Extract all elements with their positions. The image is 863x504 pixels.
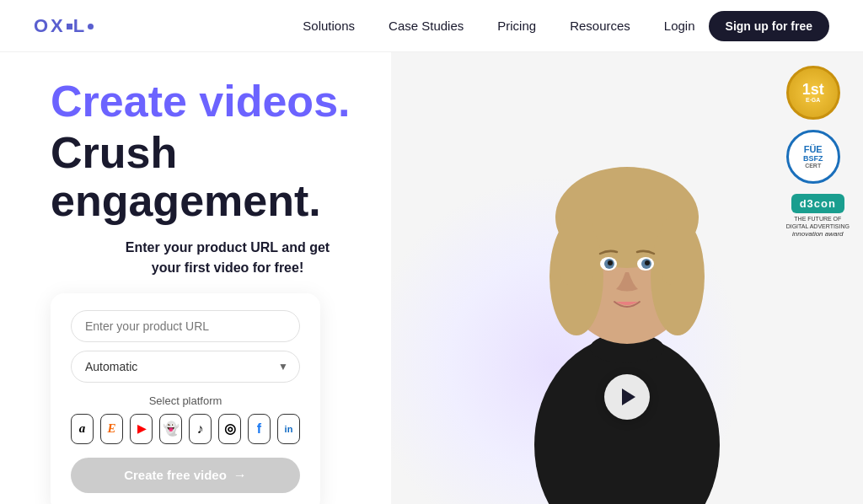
award-fue-line2: BSFZ [803, 154, 823, 163]
svg-point-13 [608, 260, 613, 265]
award-ega-text: E·GA [806, 97, 820, 104]
platform-instagram[interactable]: ◎ [218, 414, 241, 444]
award-fue-line1: FÜE [804, 145, 823, 154]
hero-subtitle: Enter your product URL and get your firs… [51, 238, 405, 278]
award-ega: 1st E·GA [786, 66, 840, 120]
svg-rect-8 [662, 217, 694, 285]
awards-section: 1st E·GA FÜE BSFZ CERT d3con THE FUTURE … [786, 66, 850, 238]
award-ega-rank: 1st [802, 82, 824, 97]
platform-icons: a E ▶ 👻 ♪ ◎ f in [71, 414, 300, 444]
award-d3con: d3con THE FUTURE OF DIGITAL ADVERTISING … [786, 194, 850, 238]
login-button[interactable]: Login [664, 19, 695, 33]
main-content: Create videos. Crush engagement. Enter y… [0, 52, 863, 504]
platform-youtube[interactable]: ▶ [130, 414, 153, 444]
play-button[interactable] [604, 374, 650, 420]
svg-point-14 [645, 260, 650, 265]
award-d3con-label: d3con [791, 194, 844, 213]
nav-pricing[interactable]: Pricing [497, 19, 536, 33]
create-video-button[interactable]: Create free video → [71, 458, 300, 493]
platform-label: Select platform [71, 394, 300, 407]
create-btn-label: Create free video [124, 468, 227, 482]
language-dropdown[interactable]: Automatic [71, 351, 300, 383]
nav-links: Solutions Case Studies Pricing Resources [303, 19, 630, 33]
navbar: OXL Solutions Case Studies Pricing Resou… [0, 0, 863, 52]
platform-tiktok[interactable]: ♪ [189, 414, 212, 444]
dropdown-wrap: Automatic ▼ [71, 351, 300, 383]
signup-button[interactable]: Sign up for free [709, 11, 829, 41]
input-card: Automatic ▼ Select platform a E ▶ 👻 ♪ ◎ … [51, 293, 320, 504]
platform-etsy[interactable]: E [100, 414, 123, 444]
platform-amazon[interactable]: a [71, 414, 94, 444]
nav-solutions[interactable]: Solutions [303, 19, 355, 33]
award-d3con-sub: THE FUTURE OF DIGITAL ADVERTISING [786, 215, 850, 230]
award-fue: FÜE BSFZ CERT [786, 130, 840, 184]
url-input[interactable] [71, 310, 300, 342]
play-icon [622, 389, 635, 405]
svg-rect-7 [560, 217, 593, 285]
platform-facebook[interactable]: f [248, 414, 271, 444]
hero-left: Create videos. Crush engagement. Enter y… [0, 52, 438, 504]
platform-linkedin[interactable]: in [277, 414, 300, 444]
hero-title-line2: Crush engagement. [51, 129, 405, 225]
logo[interactable]: OXL [34, 15, 94, 37]
hero-title-line1: Create videos. [51, 78, 405, 126]
hero-right: 1st E·GA FÜE BSFZ CERT d3con THE FUTURE … [391, 52, 863, 504]
platform-snapchat[interactable]: 👻 [159, 414, 182, 444]
nav-case-studies[interactable]: Case Studies [389, 19, 464, 33]
create-btn-arrow-icon: → [233, 468, 247, 483]
award-d3con-innovation: innovation award [792, 230, 843, 238]
award-fue-sub: CERT [805, 163, 821, 169]
nav-resources[interactable]: Resources [570, 19, 630, 33]
person-illustration [484, 91, 770, 504]
